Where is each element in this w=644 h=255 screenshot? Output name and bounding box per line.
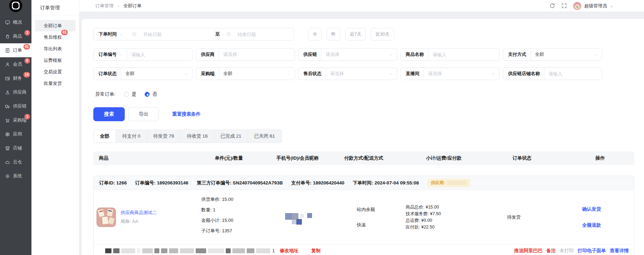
date-range-to: 至 <box>214 31 221 37</box>
order-status-select[interactable]: 全部 <box>121 71 192 77</box>
order-no-input[interactable] <box>127 52 192 57</box>
order-status-tabs: 全部 待支付 0 待发货 79 待收货 16 已完成 21 已关闭 61 <box>93 130 282 143</box>
product-name-link[interactable]: 供应商商品测试二 <box>121 210 157 216</box>
supplier-select[interactable]: 请选择 <box>219 51 295 58</box>
sidebar-item-members[interactable]: 会员 6 <box>0 57 31 71</box>
amounts-cell: 商品总价: ¥15.00 技术服务费: ¥7.50 总运费: ¥0.00 应付款… <box>406 204 507 231</box>
print-waybill-link[interactable]: 打印电子面单 <box>578 248 606 254</box>
pay-no: 支付单号: 189206420440 <box>291 180 344 186</box>
tab-to-receive[interactable]: 待收货 16 <box>181 130 214 143</box>
sidebar-item-supplier[interactable]: 供应商 <box>0 85 31 99</box>
supplier-name-redacted <box>447 181 467 185</box>
search-button[interactable]: 搜索 <box>93 107 125 121</box>
content-card: 下单时间 至 今 <box>82 19 644 255</box>
supply-chain-shop-input[interactable] <box>544 71 602 76</box>
person-icon <box>5 61 10 67</box>
product-name-input[interactable] <box>428 52 499 57</box>
sidebar-item-label: 会员 <box>13 61 22 67</box>
reset-filters-link[interactable]: 重置搜索条件 <box>172 111 201 117</box>
sidebar-item-system[interactable]: 系统 <box>0 169 31 183</box>
sidebar-item-finance[interactable]: 财务 14 <box>0 71 31 85</box>
sidebar-item-label: 财务 <box>13 75 22 81</box>
sub-order-no: 子订单号: 1357 <box>201 226 277 236</box>
sidebar-item-apps[interactable]: 应用 <box>0 127 31 141</box>
after-sales-status-select[interactable]: 请选择 <box>326 71 397 77</box>
subnav-item-after-sales[interactable]: 售后维权41 <box>35 31 75 43</box>
order-no-type-select[interactable]: 订单编号 <box>94 51 127 58</box>
sidebar-item-store[interactable]: 店铺 <box>0 141 31 155</box>
bag-icon <box>5 34 10 39</box>
user-menu[interactable]: 超级管理员 <box>573 2 613 10</box>
subnav-title: 订单管理 <box>31 0 79 15</box>
confirm-ship-link[interactable]: 确认发货 <box>582 206 601 212</box>
view-detail-link[interactable]: 查看详情 <box>610 248 629 254</box>
subnav-item-all-orders[interactable]: 全部订单 <box>35 20 75 31</box>
order-meta-bar: 订单ID: 1266 订单编号: 189206393146 第三方订单编号: S… <box>94 176 634 190</box>
quick-today-button[interactable]: 今 <box>308 28 322 41</box>
topbar: 订单管理 › 全部订单 超级管理员 <box>79 0 644 12</box>
orders-table: 商品 单件(元)/数量 手机号(ID)/会员昵称 付款方式/配送方式 小计/运费… <box>93 152 634 255</box>
sidebar-item-procurement[interactable]: 采购端 1 <box>0 113 31 127</box>
sidebar-item-orders[interactable]: 订单 41 <box>0 43 31 57</box>
quick-yesterday-button[interactable]: 昨 <box>327 28 340 41</box>
order-body: 供应商商品测试二 规格: AA 供货单价: 15.00 数量: 1 金额小计: … <box>94 190 634 244</box>
tab-closed[interactable]: 已关闭 61 <box>248 130 281 143</box>
start-date-field[interactable] <box>127 32 214 37</box>
start-date-input[interactable] <box>139 32 209 37</box>
quantity: 数量: 1 <box>201 205 277 215</box>
col-amounts: 小计/运费/应付款 <box>405 155 507 161</box>
chevron-down-icon <box>119 53 123 57</box>
quick-30days-button[interactable]: 近30天 <box>371 28 394 41</box>
tab-to-ship[interactable]: 待发货 79 <box>147 130 181 143</box>
order-time: 下单时间: 2024-07-04 09:55:08 <box>353 180 419 186</box>
time-type-select[interactable]: 下单时间 <box>94 31 127 37</box>
supplier-icon <box>5 89 10 95</box>
remark-link[interactable]: 备注 <box>547 248 556 254</box>
sidebar-item-goods[interactable]: 商品 3 <box>0 29 31 43</box>
not-printed-status: 未打印 <box>560 248 574 254</box>
sidebar-item-cloud-warehouse[interactable]: 云仓 <box>0 155 31 169</box>
end-date-field[interactable] <box>221 32 308 37</box>
sidebar-item-label: 订单 <box>13 47 22 53</box>
fullscreen-icon[interactable] <box>561 3 567 9</box>
quick-7days-button[interactable]: 近7天 <box>345 28 366 41</box>
supply-chain-select[interactable]: 请选择 <box>321 51 397 58</box>
abnormal-order-label: 异常订单: <box>95 91 116 97</box>
abnormal-no-radio[interactable]: 否 <box>145 91 157 97</box>
cloud-icon <box>5 159 10 165</box>
sidebar-item-supply-chain[interactable]: 供应链 <box>0 99 31 113</box>
sidebar-item-label: 店铺 <box>13 145 22 151</box>
breadcrumb-root[interactable]: 订单管理 <box>95 3 114 9</box>
goods-total: 商品总价: ¥15.00 <box>406 204 507 211</box>
export-button[interactable]: 导出 <box>128 107 159 121</box>
abnormal-yes-radio[interactable]: 是 <box>124 91 137 97</box>
breadcrumb-current: 全部订单 <box>123 3 142 9</box>
pay-method-select[interactable]: 全部 <box>531 51 602 58</box>
tab-completed[interactable]: 已完成 21 <box>214 130 248 143</box>
end-date-input[interactable] <box>233 32 303 37</box>
subnav-item-freight-template[interactable]: 运费模板 <box>35 54 75 66</box>
tab-all[interactable]: 全部 <box>94 130 116 143</box>
subnav-list: 全部订单 售后维权41 导出列表 运费模板 交易设置 批量发货 <box>31 15 79 89</box>
filter-order-status: 订单状态 全部 <box>93 67 193 80</box>
app-logo <box>0 0 31 15</box>
tab-unpaid[interactable]: 待支付 0 <box>116 130 147 143</box>
modify-address-link[interactable]: 修改地址 <box>280 248 299 254</box>
live-room-select[interactable]: 请选择 <box>424 71 499 77</box>
subnav-item-export-list[interactable]: 导出列表 <box>35 43 75 54</box>
sidebar-item-label: 概况 <box>13 19 22 26</box>
push-alibaba-link[interactable]: 推送阿里巴巴 <box>514 248 543 254</box>
col-member: 手机号(ID)/会员昵称 <box>276 155 344 161</box>
full-refund-link[interactable]: 全额退款 <box>582 222 601 228</box>
sidebar-item-overview[interactable]: 概况 <box>0 15 31 29</box>
breadcrumb-separator-icon: › <box>118 3 119 8</box>
subnav-item-trade-settings[interactable]: 交易设置 <box>35 66 75 78</box>
subnav-item-batch-ship[interactable]: 批量发货 <box>35 78 75 89</box>
copy-link[interactable]: 复制 <box>311 248 321 254</box>
dashboard-icon <box>5 20 10 25</box>
refresh-icon[interactable] <box>549 3 555 9</box>
workspace: 下单时间 至 今 <box>79 12 644 255</box>
order-status: 待发货 <box>507 214 582 220</box>
purchase-side-select[interactable]: 全部 <box>219 71 295 77</box>
pay-delivery-cell: 站内余额 快递 <box>345 206 406 228</box>
